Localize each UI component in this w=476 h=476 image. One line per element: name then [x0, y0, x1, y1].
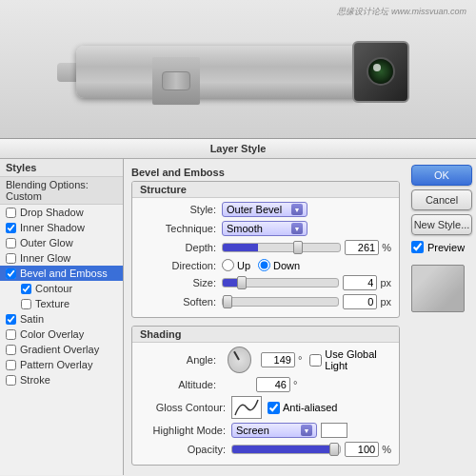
size-unit: px [380, 277, 391, 288]
sidebar-item-texture[interactable]: Texture [0, 296, 123, 311]
opacity-label: Opacity: [140, 444, 226, 455]
depth-slider-container: % [222, 240, 391, 255]
anti-aliased-option[interactable]: Anti-aliased [268, 402, 337, 414]
right-panel: OK Cancel New Style... Preview [407, 159, 476, 475]
contour-label: Contour [35, 283, 72, 294]
sidebar-item-blending-options[interactable]: Blending Options: Custom [0, 177, 123, 205]
altitude-label: Altitude: [140, 379, 216, 390]
size-row: Size: px [140, 275, 391, 290]
drop-shadow-checkbox[interactable] [6, 208, 16, 218]
angle-label: Angle: [140, 354, 216, 366]
pattern-overlay-checkbox[interactable] [6, 360, 16, 370]
direction-down-option[interactable]: Down [258, 259, 300, 271]
style-dropdown-arrow [291, 204, 303, 215]
soften-value-input[interactable] [343, 294, 377, 309]
gloss-contour-row: Gloss Contour: Anti-aliased [140, 396, 391, 419]
depth-value-input[interactable] [345, 240, 379, 255]
angle-unit: ° [298, 354, 302, 366]
gloss-contour-preview[interactable] [231, 396, 262, 419]
soften-slider[interactable] [222, 297, 339, 307]
sidebar-item-satin[interactable]: Satin [0, 311, 123, 327]
technique-dropdown-value: Smooth [227, 223, 289, 234]
cancel-button[interactable]: Cancel [411, 189, 472, 210]
device-viewfinder [352, 41, 409, 103]
technique-dropdown-arrow [291, 223, 303, 234]
contour-checkbox[interactable] [21, 284, 31, 294]
satin-checkbox[interactable] [6, 314, 16, 325]
direction-up-option[interactable]: Up [222, 259, 250, 271]
use-global-light-option[interactable]: Use Global Light [309, 348, 391, 371]
sidebar-item-drop-shadow[interactable]: Drop Shadow [0, 205, 123, 220]
contour-curve [233, 398, 260, 417]
size-value-input[interactable] [343, 275, 377, 290]
outer-glow-checkbox[interactable] [6, 238, 16, 248]
size-slider-container: px [222, 275, 391, 290]
sidebar-item-inner-shadow[interactable]: Inner Shadow [0, 220, 123, 235]
sidebar-item-inner-glow[interactable]: Inner Glow [0, 250, 123, 266]
depth-label: Depth: [140, 242, 216, 253]
soften-row: Soften: px [140, 294, 391, 309]
sidebar-item-stroke[interactable]: Stroke [0, 372, 123, 387]
direction-up-radio[interactable] [222, 259, 234, 271]
direction-label: Direction: [140, 260, 216, 271]
gradient-overlay-checkbox[interactable] [6, 345, 16, 355]
opacity-value-input[interactable] [345, 442, 379, 457]
technique-row: Technique: Smooth [140, 221, 391, 236]
sidebar-item-outer-glow[interactable]: Outer Glow [0, 235, 123, 250]
inner-glow-label: Inner Glow [20, 252, 70, 264]
size-slider-thumb[interactable] [237, 276, 247, 289]
color-overlay-checkbox[interactable] [6, 329, 16, 340]
highlight-color-swatch[interactable] [321, 423, 347, 438]
inner-glow-checkbox[interactable] [6, 253, 16, 264]
direction-down-label: Down [273, 260, 300, 271]
dialog-title: Layer Style [0, 139, 476, 159]
bevel-emboss-section-header: Bevel and Emboss [131, 165, 400, 181]
ok-button[interactable]: OK [411, 165, 472, 186]
preview-image: 思缘设计论坛 www.missvuan.com [0, 0, 476, 138]
compass-needle [234, 351, 241, 361]
opacity-slider-thumb[interactable] [329, 443, 339, 456]
gloss-contour-label: Gloss Contour: [140, 402, 226, 413]
altitude-value-input[interactable] [256, 377, 290, 392]
texture-checkbox[interactable] [21, 299, 31, 309]
color-overlay-label: Color Overlay [20, 328, 84, 340]
stroke-checkbox[interactable] [6, 375, 16, 386]
sidebar-item-color-overlay[interactable]: Color Overlay [0, 327, 123, 342]
highlight-mode-dropdown[interactable]: Screen [231, 423, 317, 438]
structure-content: Style: Outer Bevel Technique: Smooth [132, 198, 399, 317]
style-dropdown[interactable]: Outer Bevel [222, 202, 307, 217]
depth-slider-thumb[interactable] [293, 241, 303, 254]
highlight-mode-arrow [301, 425, 312, 436]
use-global-light-checkbox[interactable] [309, 354, 322, 367]
new-style-button[interactable]: New Style... [411, 214, 472, 235]
sidebar-item-contour[interactable]: Contour [0, 281, 123, 296]
soften-label: Soften: [140, 296, 216, 307]
inner-shadow-label: Inner Shadow [20, 222, 85, 233]
compass-dial[interactable] [228, 347, 251, 373]
technique-dropdown[interactable]: Smooth [222, 221, 307, 236]
watermark: 思缘设计论坛 www.missvuan.com [337, 6, 466, 18]
bevel-emboss-checkbox[interactable] [6, 268, 16, 279]
layer-style-dialog: Layer Style Styles Blending Options: Cus… [0, 138, 476, 476]
angle-value-input[interactable] [261, 352, 295, 367]
drop-shadow-label: Drop Shadow [20, 207, 84, 218]
direction-down-radio[interactable] [258, 259, 270, 271]
inner-shadow-checkbox[interactable] [6, 223, 16, 233]
structure-title: Structure [132, 182, 399, 198]
sidebar-item-pattern-overlay[interactable]: Pattern Overlay [0, 357, 123, 372]
viewfinder-highlight [373, 64, 381, 71]
anti-aliased-checkbox[interactable] [268, 402, 280, 414]
highlight-mode-label: Highlight Mode: [140, 425, 226, 436]
blending-options-label: Blending Options: Custom [6, 179, 117, 202]
opacity-unit: % [382, 444, 391, 455]
highlight-mode-value: Screen [236, 425, 299, 436]
preview-checkbox-container[interactable]: Preview [411, 239, 472, 255]
altitude-row: Altitude: ° [140, 377, 391, 392]
size-slider[interactable] [222, 278, 339, 288]
preview-checkbox[interactable] [411, 241, 424, 253]
opacity-slider[interactable] [231, 445, 341, 454]
depth-slider[interactable] [222, 243, 341, 252]
sidebar-item-gradient-overlay[interactable]: Gradient Overlay [0, 342, 123, 357]
sidebar-item-bevel-emboss[interactable]: Bevel and Emboss [0, 266, 123, 281]
soften-slider-thumb[interactable] [223, 295, 232, 308]
